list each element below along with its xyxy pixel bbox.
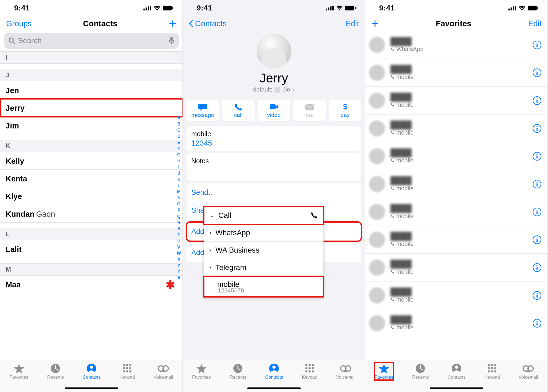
favorites-title: Favorites [436, 19, 471, 28]
tab-favorites[interactable]: Favorites [10, 363, 28, 380]
tab-recents[interactable]: Recents [412, 363, 429, 380]
svg-point-92 [491, 364, 493, 366]
contact-row[interactable]: Lalit [0, 240, 182, 258]
tab-keypad[interactable]: Keypad [302, 363, 317, 380]
svg-point-99 [494, 370, 496, 372]
contact-row[interactable]: Maa✱ [0, 276, 182, 293]
tab-contacts[interactable]: Contacts [265, 363, 283, 380]
svg-rect-2 [148, 6, 149, 10]
svg-rect-30 [355, 7, 356, 9]
tab-keypad[interactable]: Keypad [484, 363, 500, 380]
tab-favorites[interactable]: Favorites [192, 363, 211, 380]
avatar [369, 148, 385, 164]
status-icons [326, 6, 356, 10]
contact-row[interactable]: Jen [0, 81, 182, 99]
contact-row[interactable]: Jim [0, 117, 182, 134]
search-icon [8, 37, 15, 44]
popup-telegram-row[interactable]: ›Telegram [204, 259, 323, 276]
info-icon[interactable] [532, 319, 542, 328]
tab-recents[interactable]: Recents [47, 363, 64, 380]
info-icon[interactable] [532, 291, 542, 300]
phone-icon [390, 158, 395, 163]
info-icon[interactable] [532, 68, 542, 77]
favorite-row[interactable]: ████mobile [365, 281, 547, 309]
svg-rect-31 [270, 104, 276, 109]
notes-card[interactable]: Notes [187, 153, 361, 181]
favorite-row[interactable]: ████mobile [365, 170, 547, 198]
popup-mobile-row[interactable]: mobile 12345678 [204, 276, 323, 297]
avatar [369, 93, 385, 109]
back-button[interactable]: Contacts [189, 19, 227, 28]
tab-keypad[interactable]: Keypad [119, 363, 135, 380]
avatar [369, 260, 385, 276]
svg-rect-32 [305, 104, 314, 110]
search-input[interactable]: Search [4, 33, 179, 49]
favorite-row[interactable]: ████mobile [365, 87, 547, 115]
contact-row[interactable]: KundanGaon [0, 205, 182, 223]
svg-text:$: $ [343, 103, 347, 111]
tab-voicemail[interactable]: Voicemail [154, 363, 173, 380]
svg-rect-8 [170, 37, 173, 41]
favorite-row[interactable]: ████WhatsApp [365, 31, 547, 59]
popup-call-row[interactable]: ⌄ Call [204, 207, 323, 224]
info-icon[interactable] [532, 180, 542, 189]
favorite-row[interactable]: ████mobile [365, 59, 547, 87]
pay-button[interactable]: $pay [329, 100, 361, 121]
info-icon[interactable] [532, 235, 542, 244]
favorite-row[interactable]: ████mobile [365, 198, 547, 226]
info-icon[interactable] [532, 263, 542, 272]
add-favorite-button[interactable]: + [371, 19, 379, 28]
home-indicator[interactable] [430, 387, 483, 389]
info-icon[interactable] [532, 124, 542, 133]
favorite-row[interactable]: ████mobile [365, 226, 547, 254]
info-icon[interactable] [532, 96, 542, 105]
edit-button[interactable]: Edit [528, 19, 542, 28]
svg-point-20 [126, 370, 128, 372]
mic-icon[interactable] [169, 37, 174, 44]
phone-card[interactable]: mobile 12345 [187, 126, 361, 151]
contact-avatar[interactable] [257, 34, 291, 68]
tab-recents[interactable]: Recents [230, 363, 246, 380]
video-button[interactable]: video [258, 100, 290, 121]
contact-row[interactable]: Klye [0, 187, 182, 205]
add-contact-button[interactable]: + [169, 19, 177, 28]
message-button[interactable]: message [187, 100, 219, 121]
favorites-list: ████WhatsApp████mobile████mobile████mobi… [365, 31, 547, 360]
wifi-icon [336, 6, 343, 10]
contact-row-jerry[interactable]: Jerry [0, 99, 182, 117]
svg-rect-72 [536, 183, 538, 187]
tab-voicemail[interactable]: Voicemail [519, 363, 538, 380]
svg-point-80 [536, 265, 538, 266]
info-icon[interactable] [532, 207, 542, 216]
tab-contacts[interactable]: Contacts [83, 363, 101, 380]
tab-contacts[interactable]: Contacts [448, 363, 466, 380]
svg-point-62 [536, 98, 538, 99]
favorite-row[interactable]: ████mobile [365, 309, 547, 337]
default-line[interactable]: default: Jio › [253, 85, 295, 94]
favorite-subtitle: mobile [390, 74, 532, 81]
info-icon[interactable] [532, 40, 542, 50]
home-indicator[interactable] [65, 387, 118, 389]
svg-point-68 [536, 154, 538, 155]
favorite-name: ████ [390, 204, 532, 213]
popup-wabusiness-row[interactable]: ›WA Business [204, 242, 323, 259]
svg-point-16 [123, 367, 125, 369]
nav-bar: + Favorites Edit [365, 16, 547, 31]
alpha-index[interactable]: ABCDEFGHIJKLMNOPQRSTUVWXYZ# [177, 116, 181, 280]
favorite-row[interactable]: ████mobile [365, 142, 547, 170]
favorite-subtitle: mobile [390, 213, 532, 220]
call-button[interactable]: call [222, 100, 254, 121]
info-icon[interactable] [532, 152, 542, 161]
contact-row[interactable]: Kenta [0, 170, 182, 187]
svg-rect-53 [528, 6, 537, 10]
send-message-link[interactable]: Send… [187, 183, 361, 202]
groups-button[interactable]: Groups [6, 19, 32, 28]
tab-voicemail[interactable]: Voicemail [336, 363, 356, 380]
contact-row[interactable]: Kelly [0, 152, 182, 170]
tab-favorites[interactable]: Favorites [375, 363, 393, 380]
favorite-row[interactable]: ████mobile [365, 254, 547, 281]
edit-button[interactable]: Edit [346, 19, 359, 28]
home-indicator[interactable] [247, 387, 301, 389]
popup-whatsapp-row[interactable]: ›WhatsApp [204, 224, 323, 242]
favorite-row[interactable]: ████mobile [365, 115, 547, 142]
